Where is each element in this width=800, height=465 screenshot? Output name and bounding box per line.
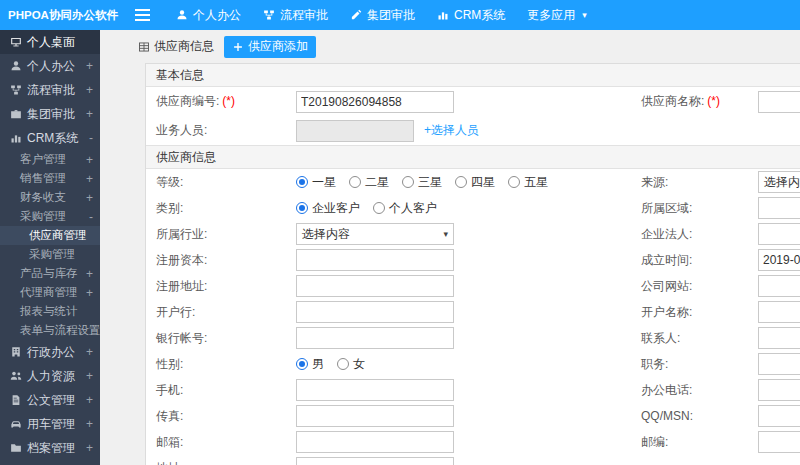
office-phone-input[interactable] xyxy=(758,379,800,401)
establish-date-input[interactable] xyxy=(758,249,800,271)
qq-msn-input[interactable] xyxy=(758,405,800,427)
desktop-icon xyxy=(10,36,22,48)
bank-input[interactable] xyxy=(296,301,454,323)
address-label: 地址: xyxy=(146,460,296,465)
form-row: 注册地址: 公司网站: xyxy=(146,273,800,299)
top-nav: 个人办公 流程审批 集团审批 CRM系统 更多应用 ▾ xyxy=(165,0,598,30)
nav-item-group-approval[interactable]: 集团审批 xyxy=(339,0,426,30)
sidebar-item-reports-stats[interactable]: 报表与统计 xyxy=(0,302,100,321)
form-row: 类别: 企业客户 个人客户 所属区域: xyxy=(146,195,800,221)
tab-label: 供应商添加 xyxy=(248,38,308,55)
expand-plus-icon[interactable]: + xyxy=(86,369,93,383)
category-option-company[interactable]: 企业客户 xyxy=(296,200,360,217)
fax-input[interactable] xyxy=(296,405,454,427)
sidebar-item-label: 流程审批 xyxy=(27,82,75,99)
collapse-minus-icon[interactable]: - xyxy=(89,131,93,145)
category-option-person[interactable]: 个人客户 xyxy=(373,200,437,217)
industry-select[interactable]: 选择内容▾ xyxy=(296,223,454,245)
grade-option-5star[interactable]: 五星 xyxy=(508,174,548,191)
email-input[interactable] xyxy=(296,431,454,453)
office-phone-label: 办公电话: xyxy=(606,382,758,399)
category-label: 类别: xyxy=(146,200,296,217)
sidebar-item-personal-desktop[interactable]: 个人桌面 xyxy=(0,30,100,54)
sidebar-item-vehicle-mgmt[interactable]: 用车管理 + xyxy=(0,412,100,436)
establish-date-label: 成立时间: xyxy=(606,252,758,269)
supplier-name-input[interactable] xyxy=(758,91,800,113)
bank-account-input[interactable] xyxy=(296,327,454,349)
tab-supplier-add[interactable]: 供应商添加 xyxy=(224,36,316,58)
registered-address-input[interactable] xyxy=(296,275,454,297)
expand-plus-icon[interactable]: + xyxy=(86,59,93,73)
content-area: 供应商信息 供应商添加 基本信息 供应商编号:(*) xyxy=(100,30,800,465)
sidebar-item-supplier-mgmt[interactable]: 供应商管理 xyxy=(0,226,100,245)
sidebar-item-archive-mgmt[interactable]: 档案管理 + xyxy=(0,436,100,460)
grade-option-3star[interactable]: 三星 xyxy=(402,174,442,191)
expand-plus-icon[interactable]: + xyxy=(86,267,93,281)
sidebar-item-hr[interactable]: 人力资源 + xyxy=(0,364,100,388)
sidebar-item-admin-office[interactable]: 行政办公 + xyxy=(0,340,100,364)
tab-supplier-info[interactable]: 供应商信息 xyxy=(130,36,222,58)
sidebar-item-finance[interactable]: 财务收支 + xyxy=(0,188,100,207)
expand-plus-icon[interactable]: + xyxy=(86,83,93,97)
form-row: 注册资本: 成立时间: xyxy=(146,247,800,273)
supplier-info-section: 供应商信息 等级: 一星 二星 三星 四星 五星 来源: xyxy=(146,145,800,465)
business-person-input[interactable] xyxy=(296,120,414,142)
registered-capital-input[interactable] xyxy=(296,249,454,271)
sidebar-item-purchasing[interactable]: 采购管理 xyxy=(0,245,100,264)
zip-label: 邮编: xyxy=(606,434,758,451)
grade-option-2star[interactable]: 二星 xyxy=(349,174,389,191)
gender-option-male[interactable]: 男 xyxy=(296,356,324,373)
website-input[interactable] xyxy=(758,275,800,297)
select-person-link[interactable]: +选择人员 xyxy=(424,122,479,139)
sidebar-item-form-flow-settings[interactable]: 表单与流程设置+ xyxy=(0,321,100,340)
account-name-input[interactable] xyxy=(758,301,800,323)
address-input[interactable] xyxy=(296,457,454,465)
sidebar-item-customer-mgmt[interactable]: 客户管理 + xyxy=(0,150,100,169)
nav-item-personal-office[interactable]: 个人办公 xyxy=(165,0,252,30)
source-select[interactable]: 选择内容▾ xyxy=(758,171,800,193)
expand-plus-icon[interactable]: + xyxy=(86,153,93,167)
grade-option-4star[interactable]: 四星 xyxy=(455,174,495,191)
qq-msn-label: QQ/MSN: xyxy=(606,409,758,423)
sidebar-item-label: 产品与库存 xyxy=(20,266,78,281)
sidebar-item-sales-mgmt[interactable]: 销售管理 + xyxy=(0,169,100,188)
expand-plus-icon[interactable]: + xyxy=(86,107,93,121)
expand-plus-icon[interactable]: + xyxy=(86,172,93,186)
grade-option-1star[interactable]: 一星 xyxy=(296,174,336,191)
hamburger-menu-icon[interactable] xyxy=(135,9,150,21)
radio-icon xyxy=(349,176,361,188)
expand-plus-icon[interactable]: + xyxy=(86,393,93,407)
expand-plus-icon[interactable]: + xyxy=(86,417,93,431)
sidebar-item-crm-system[interactable]: CRM系统 - xyxy=(0,126,100,150)
sidebar-item-product-inventory[interactable]: 产品与库存 + xyxy=(0,264,100,283)
user-icon xyxy=(176,9,188,21)
sidebar-item-personal-office[interactable]: 个人办公 + xyxy=(0,54,100,78)
chart-icon xyxy=(437,9,449,21)
supplier-add-form: 基本信息 供应商编号:(*) 供应商名称:(*) xyxy=(145,63,800,465)
nav-item-crm-system[interactable]: CRM系统 xyxy=(426,0,516,30)
sidebar-item-group-approval[interactable]: 集团审批 + xyxy=(0,102,100,126)
mobile-input[interactable] xyxy=(296,379,454,401)
region-input[interactable] xyxy=(758,197,800,219)
sidebar-item-label: 公文管理 xyxy=(27,392,75,409)
sidebar-item-official-docs[interactable]: 公文管理 + xyxy=(0,388,100,412)
expand-plus-icon[interactable]: + xyxy=(86,286,93,300)
expand-plus-icon[interactable]: + xyxy=(86,441,93,455)
zip-input[interactable] xyxy=(758,431,800,453)
contact-input[interactable] xyxy=(758,327,800,349)
sidebar-item-agent-mgmt[interactable]: 代理商管理 + xyxy=(0,283,100,302)
legal-person-input[interactable] xyxy=(758,223,800,245)
nav-item-more-apps[interactable]: 更多应用 ▾ xyxy=(516,0,598,30)
expand-plus-icon[interactable]: + xyxy=(86,191,93,205)
expand-plus-icon[interactable]: + xyxy=(86,345,93,359)
nav-item-process-approval[interactable]: 流程审批 xyxy=(252,0,339,30)
radio-icon xyxy=(402,176,414,188)
position-input[interactable] xyxy=(758,353,800,375)
collapse-minus-icon[interactable]: - xyxy=(89,210,93,224)
gender-option-female[interactable]: 女 xyxy=(337,356,365,373)
sidebar-item-process-approval[interactable]: 流程审批 + xyxy=(0,78,100,102)
mobile-label: 手机: xyxy=(146,382,296,399)
sidebar-item-purchase-mgmt[interactable]: 采购管理 - xyxy=(0,207,100,226)
chart-icon xyxy=(10,132,22,144)
supplier-code-input[interactable] xyxy=(296,91,454,113)
